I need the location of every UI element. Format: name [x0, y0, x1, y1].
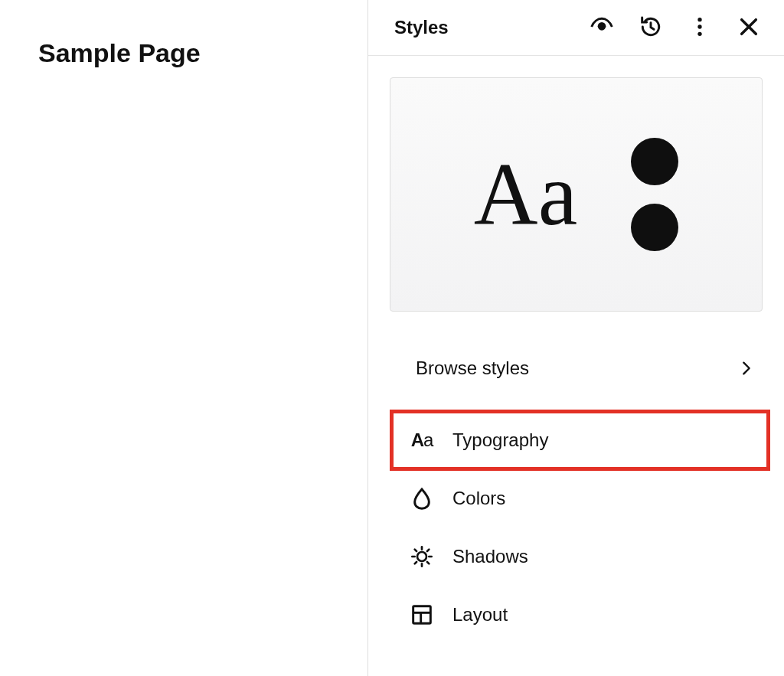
layout-icon — [408, 601, 436, 629]
close-button[interactable] — [735, 14, 763, 41]
preview-color-swatches — [631, 138, 678, 251]
style-item-label: Typography — [452, 429, 548, 451]
eye-icon — [590, 15, 614, 41]
svg-point-1 — [697, 18, 701, 21]
style-item-colors[interactable]: Colors — [391, 469, 769, 527]
style-item-label: Colors — [452, 488, 505, 509]
style-item-label: Shadows — [452, 546, 528, 567]
history-icon — [639, 15, 663, 41]
color-swatch — [631, 138, 678, 185]
svg-point-6 — [417, 552, 426, 561]
style-category-list: Aa Typography Colors — [368, 411, 784, 644]
revisions-button[interactable] — [637, 14, 665, 41]
svg-point-2 — [697, 24, 701, 28]
svg-line-11 — [415, 550, 416, 551]
style-book-button[interactable] — [588, 14, 616, 41]
preview-typography-sample: Aa — [474, 150, 577, 239]
sidebar-header: Styles — [368, 0, 784, 56]
sidebar-title: Styles — [394, 17, 588, 38]
shadows-icon — [408, 543, 436, 570]
browse-styles-row[interactable]: Browse styles — [368, 347, 784, 390]
style-item-layout[interactable]: Layout — [391, 586, 769, 644]
style-item-label: Layout — [452, 604, 508, 625]
svg-point-0 — [598, 22, 606, 31]
page-title[interactable]: Sample Page — [38, 38, 329, 68]
browse-styles-label: Browse styles — [416, 358, 738, 379]
close-icon — [737, 15, 761, 41]
style-preview-card[interactable]: Aa — [390, 77, 763, 312]
chevron-right-icon — [738, 360, 755, 377]
styles-sidebar: Styles — [368, 0, 784, 676]
style-item-shadows[interactable]: Shadows — [391, 527, 769, 586]
typography-icon: Aa — [408, 426, 436, 454]
color-drop-icon — [408, 485, 436, 512]
svg-line-13 — [415, 562, 416, 563]
color-swatch — [631, 204, 678, 251]
dots-vertical-icon — [688, 15, 712, 41]
editor-canvas: Sample Page — [0, 0, 368, 676]
style-item-typography[interactable]: Aa Typography — [391, 411, 769, 469]
more-menu-button[interactable] — [686, 14, 714, 41]
header-actions — [588, 14, 763, 41]
svg-line-14 — [427, 550, 429, 551]
svg-point-3 — [697, 31, 701, 35]
svg-line-12 — [427, 562, 429, 563]
sidebar-body: Aa Browse styles Aa Typography — [368, 56, 784, 644]
